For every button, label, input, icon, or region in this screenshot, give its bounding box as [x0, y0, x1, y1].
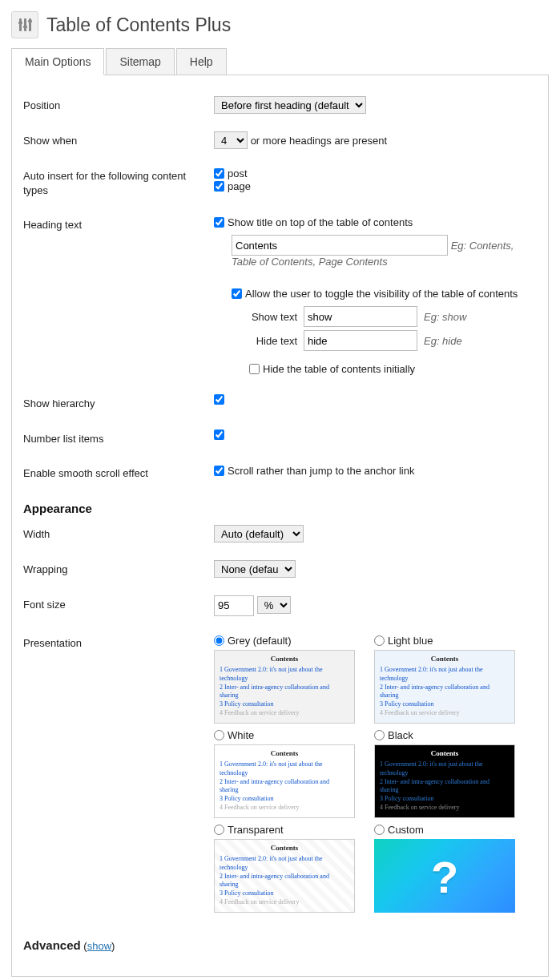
- show-when-select[interactable]: 4: [214, 131, 248, 149]
- auto-insert-page-checkbox[interactable]: [214, 181, 224, 192]
- preset-grey-swatch: Contents 1 Government 2.0: it's not just…: [214, 650, 355, 724]
- preset-black-swatch: Contents 1 Government 2.0: it's not just…: [374, 744, 515, 818]
- page-header: Table of Contents Plus: [11, 11, 549, 38]
- auto-insert-label: Auto insert for the following content ty…: [23, 167, 214, 198]
- show-when-after-text: or more headings are present: [251, 135, 388, 147]
- show-hierarchy-checkbox[interactable]: [214, 394, 224, 405]
- heading-text-label: Heading text: [23, 216, 214, 232]
- preset-black-radio[interactable]: [374, 730, 385, 740]
- preset-light-blue-radio[interactable]: [374, 635, 385, 646]
- number-list-checkbox[interactable]: [214, 430, 224, 440]
- smooth-scroll-label: Enable smooth scroll effect: [23, 464, 214, 481]
- preset-black-text: Black: [388, 729, 413, 741]
- settings-icon: [11, 11, 38, 38]
- font-size-label: Font size: [23, 595, 214, 612]
- advanced-show-link[interactable]: show: [87, 940, 111, 952]
- hide-text-hint: Eg: hide: [424, 335, 462, 347]
- width-label: Width: [23, 525, 214, 542]
- auto-insert-page-text: page: [228, 180, 251, 192]
- page-title: Table of Contents Plus: [46, 14, 231, 36]
- svg-rect-3: [23, 26, 27, 28]
- preset-white-text: White: [228, 729, 254, 741]
- preset-grey-radio[interactable]: [214, 635, 224, 646]
- svg-rect-2: [18, 22, 22, 24]
- wrapping-select[interactable]: None (default): [214, 560, 296, 578]
- svg-rect-1: [24, 18, 26, 31]
- tab-main-options[interactable]: Main Options: [11, 48, 104, 75]
- font-size-input[interactable]: [214, 595, 254, 616]
- question-mark-icon: ?: [431, 847, 458, 908]
- show-text-hint: Eg: show: [424, 311, 466, 323]
- preset-transparent-text: Transparent: [228, 824, 284, 836]
- width-select[interactable]: Auto (default): [214, 525, 304, 542]
- show-text-input[interactable]: [304, 306, 417, 327]
- presentation-label: Presentation: [23, 634, 214, 651]
- show-when-label: Show when: [23, 131, 214, 148]
- preset-white-radio[interactable]: [214, 730, 224, 740]
- svg-rect-5: [28, 20, 32, 22]
- tab-content: Position Before first heading (default) …: [11, 75, 549, 977]
- preset-light-blue-text: Light blue: [388, 635, 433, 647]
- smooth-scroll-checkbox[interactable]: [214, 466, 224, 476]
- auto-insert-post-checkbox[interactable]: [214, 168, 224, 179]
- tab-help[interactable]: Help: [176, 48, 227, 75]
- tab-sitemap[interactable]: Sitemap: [106, 48, 174, 75]
- preset-grey-text: Grey (default): [228, 635, 291, 647]
- font-size-unit-select[interactable]: %: [257, 596, 291, 614]
- svg-rect-0: [19, 18, 22, 31]
- heading-text-input[interactable]: [232, 235, 448, 256]
- preset-light-blue-swatch: Contents 1 Government 2.0: it's not just…: [374, 650, 515, 724]
- allow-toggle-checkbox[interactable]: [232, 288, 242, 299]
- position-select[interactable]: Before first heading (default): [214, 96, 366, 114]
- hide-text-input[interactable]: [304, 330, 417, 351]
- show-text-label: Show text: [249, 311, 297, 323]
- position-label: Position: [23, 96, 214, 113]
- nav-tabs: Main Options Sitemap Help: [11, 48, 549, 75]
- advanced-title: Advanced: [23, 938, 81, 952]
- show-hierarchy-label: Show hierarchy: [23, 394, 214, 411]
- preset-transparent-swatch: Contents 1 Government 2.0: it's not just…: [214, 839, 355, 913]
- hide-initially-checkbox[interactable]: [249, 364, 260, 374]
- preset-custom-swatch: ?: [374, 839, 515, 913]
- hide-initially-text: Hide the table of contents initially: [263, 363, 415, 375]
- allow-toggle-text: Allow the user to toggle the visibility …: [245, 288, 518, 300]
- wrapping-label: Wrapping: [23, 560, 214, 577]
- preset-custom-radio[interactable]: [374, 825, 385, 835]
- smooth-scroll-text: Scroll rather than jump to the anchor li…: [228, 465, 414, 477]
- number-list-label: Number list items: [23, 430, 214, 446]
- hide-text-label: Hide text: [249, 335, 297, 347]
- preset-custom-text: Custom: [388, 824, 424, 836]
- show-title-checkbox[interactable]: [214, 217, 224, 228]
- show-title-text: Show title on top of the table of conten…: [228, 216, 413, 228]
- preset-white-swatch: Contents 1 Government 2.0: it's not just…: [214, 744, 355, 818]
- preset-transparent-radio[interactable]: [214, 825, 224, 835]
- appearance-title: Appearance: [23, 502, 537, 515]
- auto-insert-post-text: post: [228, 167, 248, 179]
